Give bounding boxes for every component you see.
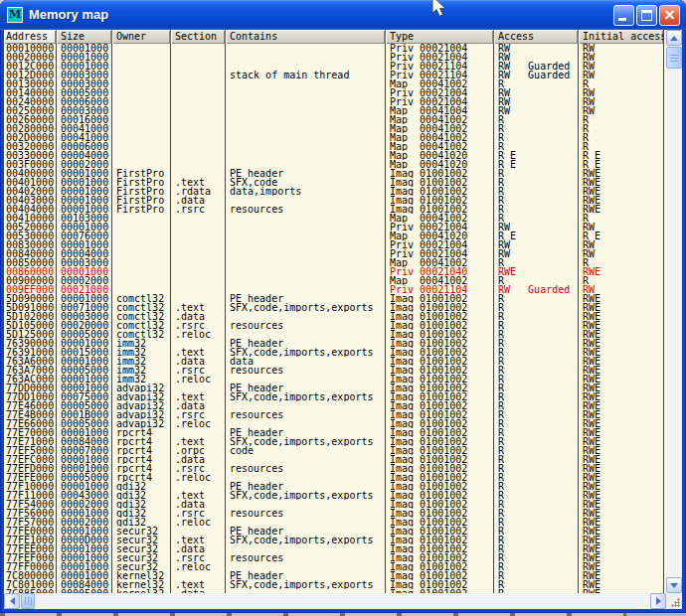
cell-section (171, 428, 226, 437)
table-row[interactable]: 77E7100000084000rpcrt4.textSFX,code,impo… (4, 437, 666, 446)
table-row[interactable]: 7C80000000001000kernel32PE headerImag 01… (4, 571, 666, 580)
cell-access: R (494, 276, 579, 285)
column-header-size[interactable]: Size (57, 30, 112, 44)
table-row[interactable]: 763A700000005000imm32.rsrcresourcesImag … (4, 366, 666, 375)
table-row[interactable]: 77FE10000000D000secur32.textSFX,code,imp… (4, 536, 666, 544)
table-row[interactable]: 763A600000001000imm32.datadataImag 01001… (4, 357, 666, 366)
table-row[interactable]: 77F5700000002000gdi32.relocImag 01001002… (4, 518, 666, 527)
table-row[interactable]: 5D10500000020000comctl32.rsrcresourcesIm… (4, 321, 666, 330)
table-row[interactable]: 0025000000003000Map 00041004RWRW (4, 106, 666, 115)
table-row[interactable]: 0013000000003000Map 00041002RR (4, 79, 666, 88)
table-row[interactable]: 77FE000000001000secur32PE headerImag 010… (4, 527, 666, 536)
cell-type: Imag 01001002 (386, 419, 494, 428)
table-row[interactable]: 0040100000001000FirstPro.textSFX,codeIma… (4, 178, 666, 187)
table-row[interactable]: 77E4B0000001B000advapi32.rsrcresourcesIm… (4, 410, 666, 419)
column-header-contains[interactable]: Contains (226, 30, 386, 44)
table-row[interactable]: 763AC00000001000imm32.relocImag 01001002… (4, 375, 666, 384)
table-row[interactable]: 0024000000006000Priv 00021004RWRW (4, 97, 666, 106)
maximize-button[interactable] (636, 5, 657, 26)
cell-initial: RWE (579, 580, 664, 589)
cell-contains (226, 97, 386, 106)
table-row[interactable]: 0002000000001000Priv 00021004RWRW (4, 53, 666, 62)
minimize-button[interactable] (613, 5, 634, 26)
table-row[interactable]: 7639100000015000imm32.textSFX,code,impor… (4, 348, 666, 357)
table-row[interactable]: 77E7000000001000rpcrt4PE headerImag 0100… (4, 428, 666, 437)
cell-address: 00860000 (4, 267, 57, 276)
cell-address: 009EF000 (4, 285, 57, 294)
column-header-initial[interactable]: Initial access (579, 30, 664, 44)
table-row[interactable]: 0052000000001000Priv 00021004RWRW (4, 223, 666, 231)
column-header-owner[interactable]: Owner (112, 30, 171, 44)
table-row[interactable]: 0084000000004000Priv 00021004RWRW (4, 249, 666, 258)
horizontal-scroll-thumb[interactable] (21, 593, 35, 609)
table-row[interactable]: 0053000000076000Map 00041020R ER E (4, 231, 666, 240)
table-row[interactable]: 0090000000002000Map 00041002RR (4, 276, 666, 285)
table-row[interactable]: 77EFC00000001000rpcrt4.dataImag 01001002… (4, 455, 666, 464)
table-row[interactable]: 77DD000000001000advapi32PE headerImag 01… (4, 384, 666, 392)
table-row[interactable]: 77DD100000075000advapi32.textSFX,code,im… (4, 392, 666, 401)
table-row[interactable]: 002D000000041000Map 00041002RR (4, 133, 666, 142)
table-row[interactable]: 5D12500000005000comctl32.relocImag 01001… (4, 330, 666, 339)
table-row[interactable]: 0001000000001000Priv 00021004RWRW (4, 44, 666, 53)
table-row[interactable]: 7C80100000084000kernel32.textSFX,code,im… (4, 580, 666, 589)
scroll-up-button[interactable] (666, 30, 682, 46)
table-row[interactable]: 003F000000002000Map 00041020R ER E (4, 160, 666, 169)
vertical-scroll-thumb[interactable] (666, 47, 682, 69)
table-row[interactable]: 0014000000005000Priv 00021004RWRW (4, 88, 666, 97)
horizontal-scrollbar[interactable] (4, 593, 666, 609)
table-row[interactable]: 0033000000004000Map 00041020R ER E (4, 151, 666, 160)
table-row[interactable]: 0041000000103000Map 00041002RR (4, 214, 666, 223)
close-button[interactable]: ✕ (659, 5, 680, 26)
table-row[interactable]: 5D10200000003000comctl32.dataImag 010010… (4, 312, 666, 321)
cell-section (171, 160, 226, 169)
cell-type: Imag 01001002 (386, 178, 494, 187)
table-row[interactable]: 009EF00000021000Priv 00021104RW GuardedR… (4, 285, 666, 294)
resize-grip[interactable] (666, 593, 682, 609)
cell-section: .reloc (171, 419, 226, 428)
cell-address: 77DD0000 (4, 384, 57, 392)
cell-address: 00010000 (4, 44, 57, 53)
table-row[interactable]: 77E6600000005000advapi32.relocImag 01001… (4, 419, 666, 428)
table-row[interactable]: 5D09000000001000comctl32PE headerImag 01… (4, 294, 666, 303)
table-row[interactable]: 0012D00000003000stack of main threadPriv… (4, 71, 666, 79)
scroll-right-button[interactable] (650, 593, 666, 609)
table-row[interactable]: 77EF500000007000rpcrt4.orpccodeImag 0100… (4, 446, 666, 455)
table-row[interactable]: 0040400000001000FirstPro.rsrcresourcesIm… (4, 205, 666, 214)
cell-type: Imag 01001002 (386, 464, 494, 473)
table-row[interactable]: 0032000000006000Map 00041002RR (4, 142, 666, 151)
table-row[interactable]: 77EFE00000005000rpcrt4.relocImag 0100100… (4, 473, 666, 482)
table-row[interactable]: 0028000000041000Map 00041002RR (4, 124, 666, 133)
table-row[interactable]: 77E4600000005000advapi32.dataImag 010010… (4, 401, 666, 410)
scroll-down-button[interactable] (666, 577, 682, 593)
cell-type: Priv 00021004 (386, 97, 494, 106)
table-row[interactable]: 0026000000016000Map 00041002RR (4, 115, 666, 124)
table-row[interactable]: 0012C00000001000Priv 00021104RW GuardedR… (4, 62, 666, 71)
table-row[interactable]: 0040000000001000FirstProPE headerImag 01… (4, 169, 666, 178)
titlebar[interactable]: M Memory map ✕ (0, 0, 686, 30)
table-row[interactable]: 77FEF00000001000secur32.rsrcresourcesIma… (4, 553, 666, 562)
table-row[interactable]: 77F1000000001000gdi32PE headerImag 01001… (4, 482, 666, 491)
vertical-scrollbar[interactable] (666, 30, 682, 593)
scroll-left-button[interactable] (4, 593, 20, 609)
cell-owner (112, 115, 171, 124)
column-header-section[interactable]: Section (171, 30, 226, 44)
table-row[interactable]: 0040300000001000FirstPro.dataImag 010010… (4, 196, 666, 205)
table-row[interactable]: 77F5600000001000gdi32.rsrcresourcesImag … (4, 509, 666, 518)
table-row[interactable]: 77FF000000001000secur32.relocImag 010010… (4, 562, 666, 571)
table-row[interactable]: 5D09100000071000comctl32.textSFX,code,im… (4, 303, 666, 312)
table-row[interactable]: 7639000000001000imm32PE headerImag 01001… (4, 339, 666, 348)
table-row[interactable]: 77FEE00000001000secur32.dataImag 0100100… (4, 544, 666, 553)
table-row[interactable]: 77F1100000043000gdi32.textSFX,code,impor… (4, 491, 666, 500)
window-title: Memory map (29, 0, 611, 30)
table-row[interactable]: 0040200000001000FirstPro.rdatadata,impor… (4, 187, 666, 196)
table-row[interactable]: 0083000000001000Priv 00021004RWRW (4, 240, 666, 249)
cell-type: Imag 01001002 (386, 312, 494, 321)
table-row[interactable]: 77F5400000002000gdi32.dataImag 01001002R… (4, 500, 666, 509)
column-header-access[interactable]: Access (494, 30, 579, 44)
table-row[interactable]: 0085000000003000Map 00041002RR (4, 258, 666, 267)
column-header-type[interactable]: Type (386, 30, 494, 44)
cell-address: 00410000 (4, 214, 57, 223)
table-row[interactable]: 77EFD00000001000rpcrt4.rsrcresourcesImag… (4, 464, 666, 473)
column-header-address[interactable]: Address (4, 30, 57, 44)
table-row[interactable]: 0086000000001000Priv 00021040RWERWE (4, 267, 666, 276)
